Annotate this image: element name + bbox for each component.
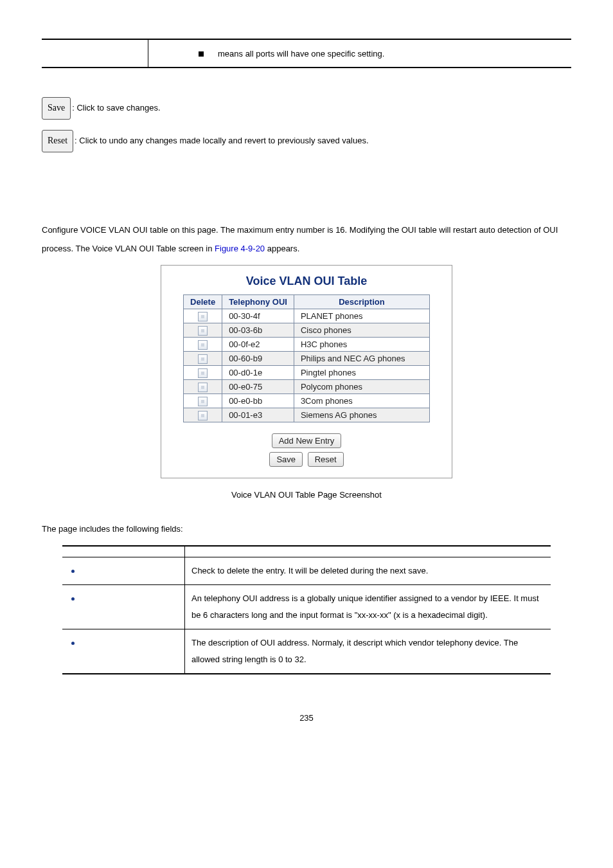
- oui-cell: 00-e0-bb: [222, 394, 294, 408]
- oui-cell: 00-0f-e2: [222, 338, 294, 352]
- desc-cell: Pingtel phones: [294, 366, 429, 380]
- oui-cell: 00-d0-1e: [222, 366, 294, 380]
- delete-checkbox[interactable]: [198, 383, 208, 392]
- desc-cell: 3Com phones: [294, 394, 429, 408]
- figure-reset-button[interactable]: Reset: [308, 452, 344, 467]
- bullet-icon: [71, 570, 75, 573]
- desc-cell: Siemens AG phones: [294, 408, 429, 422]
- square-bullet-icon: [199, 51, 204, 57]
- desc-cell: H3C phones: [294, 338, 429, 352]
- desc-cell: Polycom phones: [294, 380, 429, 394]
- reset-button[interactable]: Reset: [42, 130, 73, 152]
- table-row: 00-e0-75Polycom phones: [184, 380, 430, 394]
- table-row: 00-30-4fPLANET phones: [184, 309, 430, 323]
- delete-cell: [184, 338, 222, 352]
- delete-checkbox[interactable]: [198, 326, 208, 336]
- table-row: 00-d0-1ePingtel phones: [184, 366, 430, 380]
- oui-th-desc: Description: [294, 295, 429, 309]
- delete-cell: [184, 366, 222, 380]
- top-note-left-cell: [42, 39, 148, 68]
- object-cell: [62, 585, 185, 629]
- bullet-icon: [71, 642, 75, 645]
- object-cell: [62, 557, 185, 585]
- top-note-text: means all ports will have one specific s…: [218, 49, 384, 59]
- delete-checkbox[interactable]: [198, 368, 208, 378]
- delete-cell: [184, 408, 222, 422]
- oui-cell: 00-01-e3: [222, 408, 294, 422]
- table-row: 00-0f-e2H3C phones: [184, 338, 430, 352]
- fields-header-desc: [185, 546, 551, 557]
- description-cell: Check to delete the entry. It will be de…: [185, 557, 551, 585]
- figure-save-button[interactable]: Save: [269, 452, 303, 467]
- fields-table: Check to delete the entry. It will be de…: [62, 545, 551, 674]
- oui-cell: 00-e0-75: [222, 380, 294, 394]
- oui-table: Delete Telephony OUI Description 00-30-4…: [183, 294, 430, 422]
- reset-desc: : Click to undo any changes made locally…: [75, 136, 368, 145]
- figure-caption: Voice VLAN OUI Table Page Screenshot: [42, 490, 571, 500]
- table-row: 00-e0-bb3Com phones: [184, 394, 430, 408]
- delete-cell: [184, 394, 222, 408]
- figure-title: Voice VLAN OUI Table: [172, 275, 441, 288]
- desc-cell: Philips and NEC AG phones: [294, 352, 429, 366]
- intro-paragraph: Configure VOICE VLAN OUI table on this p…: [42, 221, 571, 259]
- description-cell: The description of OUI address. Normaly,…: [185, 629, 551, 674]
- oui-cell: 00-03-6b: [222, 323, 294, 338]
- para-part-b: appears.: [265, 244, 299, 253]
- page-number: 235: [42, 713, 571, 723]
- oui-figure: Voice VLAN OUI Table Delete Telephony OU…: [161, 265, 452, 478]
- table-row: 00-60-b9Philips and NEC AG phones: [184, 352, 430, 366]
- oui-cell: 00-30-4f: [222, 309, 294, 323]
- object-cell: [62, 629, 185, 674]
- oui-th-delete: Delete: [184, 295, 222, 309]
- figure-link[interactable]: Figure 4-9-20: [215, 244, 265, 253]
- table-row: An telephony OUI address is a globally u…: [62, 585, 551, 629]
- fields-intro: The page includes the following fields:: [42, 524, 571, 534]
- reset-note-row: Reset: Click to undo any changes made lo…: [42, 130, 571, 152]
- delete-cell: [184, 352, 222, 366]
- desc-cell: PLANET phones: [294, 309, 429, 323]
- save-desc: : Click to save changes.: [72, 103, 160, 113]
- delete-cell: [184, 309, 222, 323]
- delete-checkbox[interactable]: [198, 312, 208, 321]
- oui-cell: 00-60-b9: [222, 352, 294, 366]
- table-row: The description of OUI address. Normaly,…: [62, 629, 551, 674]
- oui-th-oui: Telephony OUI: [222, 295, 294, 309]
- top-note-right-cell: means all ports will have one specific s…: [148, 39, 572, 68]
- save-note-row: Save: Click to save changes.: [42, 97, 571, 120]
- delete-cell: [184, 323, 222, 338]
- table-row: 00-03-6bCisco phones: [184, 323, 430, 338]
- table-row: Check to delete the entry. It will be de…: [62, 557, 551, 585]
- description-cell: An telephony OUI address is a globally u…: [185, 585, 551, 629]
- desc-cell: Cisco phones: [294, 323, 429, 338]
- delete-checkbox[interactable]: [198, 397, 208, 406]
- delete-checkbox[interactable]: [198, 411, 208, 420]
- add-new-entry-button[interactable]: Add New Entry: [272, 433, 342, 448]
- delete-cell: [184, 380, 222, 394]
- bullet-icon: [71, 597, 75, 601]
- table-row: 00-01-e3Siemens AG phones: [184, 408, 430, 422]
- fields-header-object: [62, 546, 185, 557]
- delete-checkbox[interactable]: [198, 340, 208, 350]
- top-note-table: means all ports will have one specific s…: [42, 39, 571, 68]
- delete-checkbox[interactable]: [198, 354, 208, 364]
- para-part-a: Configure VOICE VLAN OUI table on this p…: [42, 225, 558, 254]
- save-button[interactable]: Save: [42, 97, 71, 120]
